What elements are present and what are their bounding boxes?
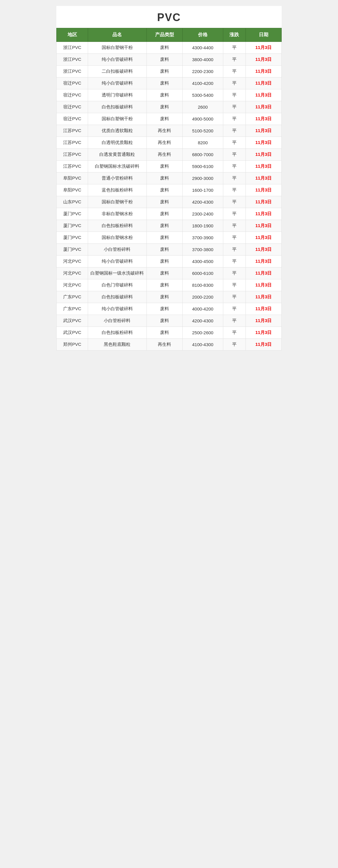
cell-name: 二白扣板破碎料 [88,66,146,78]
cell-date: 11月3日 [245,161,281,173]
cell-change: 平 [223,244,245,256]
table-row: 江苏PVC白透明优质颗粒再生料8200平11月3日 [57,137,282,149]
cell-region: 浙江PVC [57,54,88,66]
table-row: 武汉PVC白色扣板粉碎料废料2500-2600平11月3日 [57,327,282,339]
cell-change: 平 [223,196,245,208]
table-row: 厦门PVC国标白塑钢水粉废料3700-3900平11月3日 [57,232,282,244]
cell-region: 武汉PVC [57,315,88,327]
cell-region: 浙江PVC [57,42,88,54]
cell-name: 纯小白管破碎料 [88,256,146,268]
cell-price: 4200-4300 [183,315,223,327]
cell-change: 平 [223,173,245,184]
cell-name: 白色扣板破碎料 [88,101,146,113]
cell-region: 山东PVC [57,196,88,208]
cell-change: 平 [223,125,245,137]
table-row: 宿迁PVC透明门帘破碎料废料5300-5400平11月3日 [57,89,282,101]
table-row: 山东PVC国标白塑钢干粉废料4200-4300平11月3日 [57,196,282,208]
cell-date: 11月3日 [245,315,281,327]
cell-price: 4300-4500 [183,256,223,268]
cell-type: 废料 [146,303,182,315]
cell-change: 平 [223,208,245,220]
table-row: 江苏PVC白塑钢国标水洗破碎料废料5900-6100平11月3日 [57,161,282,173]
cell-change: 平 [223,184,245,196]
table-row: 阜阳PVC蓝色扣板粉碎料废料1600-1700平11月3日 [57,184,282,196]
cell-region: 广东PVC [57,303,88,315]
cell-price: 4200-4300 [183,196,223,208]
cell-date: 11月3日 [245,42,281,54]
col-header-region: 地区 [57,28,88,42]
table-row: 广东PVC纯小白管破碎料废料4000-4200平11月3日 [57,303,282,315]
pvc-table: 地区 品名 产品类型 价格 涨跌 日期 浙江PVC国标白塑钢干粉废料4300-4… [56,28,282,350]
cell-date: 11月3日 [245,220,281,232]
cell-change: 平 [223,303,245,315]
cell-name: 白透发黄普通颗粒 [88,149,146,161]
cell-name: 白塑钢国标一级水洗破碎料 [88,268,146,279]
cell-name: 小白管粉碎料 [88,315,146,327]
cell-name: 小白管粉碎料 [88,244,146,256]
cell-date: 11月3日 [245,208,281,220]
col-header-name: 品名 [88,28,146,42]
cell-price: 2200-2300 [183,66,223,78]
cell-price: 6800-7000 [183,149,223,161]
cell-region: 武汉PVC [57,327,88,339]
cell-type: 废料 [146,315,182,327]
cell-type: 再生料 [146,339,182,350]
cell-region: 厦门PVC [57,220,88,232]
cell-change: 平 [223,113,245,125]
cell-date: 11月3日 [245,173,281,184]
cell-date: 11月3日 [245,137,281,149]
col-header-change: 涨跌 [223,28,245,42]
cell-change: 平 [223,66,245,78]
cell-price: 3800-4000 [183,54,223,66]
cell-region: 江苏PVC [57,137,88,149]
cell-region: 宿迁PVC [57,101,88,113]
cell-type: 废料 [146,173,182,184]
cell-change: 平 [223,149,245,161]
cell-date: 11月3日 [245,149,281,161]
cell-price: 2300-2400 [183,208,223,220]
cell-name: 白色扣板粉碎料 [88,327,146,339]
cell-region: 河北PVC [57,279,88,291]
cell-type: 废料 [146,220,182,232]
cell-region: 宿迁PVC [57,113,88,125]
cell-name: 非标白塑钢水粉 [88,208,146,220]
cell-type: 废料 [146,196,182,208]
cell-region: 江苏PVC [57,149,88,161]
cell-type: 废料 [146,89,182,101]
cell-region: 宿迁PVC [57,78,88,89]
cell-name: 黑色鞋底颗粒 [88,339,146,350]
cell-date: 11月3日 [245,89,281,101]
cell-type: 废料 [146,279,182,291]
cell-date: 11月3日 [245,66,281,78]
cell-change: 平 [223,89,245,101]
cell-name: 白透明优质颗粒 [88,137,146,149]
cell-price: 6000-6100 [183,268,223,279]
cell-change: 平 [223,220,245,232]
cell-price: 4100-4300 [183,339,223,350]
cell-date: 11月3日 [245,268,281,279]
cell-date: 11月3日 [245,54,281,66]
cell-date: 11月3日 [245,184,281,196]
cell-type: 废料 [146,42,182,54]
table-row: 江苏PVC优质白透软颗粒再生料5100-5200平11月3日 [57,125,282,137]
cell-change: 平 [223,42,245,54]
cell-price: 2500-2600 [183,327,223,339]
cell-name: 白色扣板破碎料 [88,291,146,303]
table-row: 宿迁PVC白色扣板破碎料废料2600平11月3日 [57,101,282,113]
cell-type: 废料 [146,66,182,78]
table-body: 浙江PVC国标白塑钢干粉废料4300-4400平11月3日浙江PVC纯小白管破碎… [57,42,282,350]
table-row: 阜阳PVC普通小管粉碎料废料2900-3000平11月3日 [57,173,282,184]
cell-region: 厦门PVC [57,208,88,220]
cell-name: 普通小管粉碎料 [88,173,146,184]
cell-date: 11月3日 [245,291,281,303]
table-row: 宿迁PVC纯小白管破碎料废料4100-4200平11月3日 [57,78,282,89]
cell-change: 平 [223,279,245,291]
cell-change: 平 [223,232,245,244]
cell-change: 平 [223,101,245,113]
col-header-date: 日期 [245,28,281,42]
cell-name: 国标白塑钢干粉 [88,42,146,54]
cell-price: 1600-1700 [183,184,223,196]
page-title: PVC [56,6,282,28]
cell-name: 白色扣板粉碎料 [88,220,146,232]
table-row: 厦门PVC白色扣板粉碎料废料1800-1900平11月3日 [57,220,282,232]
